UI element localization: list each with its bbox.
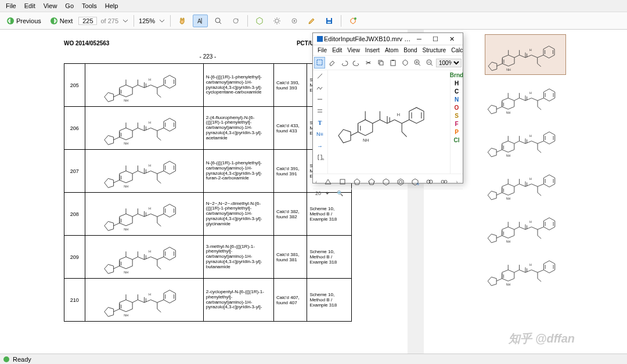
marvin-titlebar[interactable]: EditorInputFileJWXB10.mrv - MarvinSk... … bbox=[313, 33, 463, 45]
svg-marker-21 bbox=[105, 178, 114, 188]
marvin-zoom-select[interactable]: 100% bbox=[436, 59, 462, 67]
marvin-undo-icon[interactable] bbox=[338, 57, 349, 69]
hand-tool-icon[interactable] bbox=[175, 15, 189, 27]
marvin-menu-file[interactable]: File bbox=[315, 46, 329, 54]
marvin-double-ring[interactable] bbox=[438, 176, 451, 187]
marvin-bracket-tool[interactable]: n bbox=[313, 152, 327, 163]
marvin-atom-s[interactable]: S bbox=[455, 113, 459, 119]
compound-structure: NH H bbox=[85, 279, 203, 322]
hexagon-tool-icon[interactable] bbox=[253, 15, 266, 27]
marvin-menu-insert[interactable]: Insert bbox=[363, 46, 382, 54]
marvin-eraser-tool[interactable] bbox=[326, 57, 337, 69]
svg-text:H: H bbox=[149, 164, 151, 167]
marvin-single-bond-tool[interactable] bbox=[313, 70, 327, 82]
marvin-atom-c[interactable]: C bbox=[455, 88, 459, 95]
compound-name: 2-cyclopentyl-N-[6-({[(1R)-1-phenylethyl… bbox=[203, 279, 273, 322]
page-number-input[interactable] bbox=[78, 17, 97, 25]
marvin-status-cross-icon: ✦ bbox=[325, 190, 330, 196]
structure-thumbnail[interactable]: NH H bbox=[485, 249, 566, 290]
rotate-icon[interactable] bbox=[229, 15, 243, 27]
marvin-pyridine-ring[interactable]: N bbox=[409, 176, 421, 187]
marvin-copy-icon[interactable] bbox=[375, 57, 386, 69]
structure-thumbnail[interactable]: NH H bbox=[485, 206, 566, 247]
svg-rect-64 bbox=[380, 62, 383, 65]
zoom-dropdown-icon[interactable] bbox=[158, 17, 165, 24]
marvin-select-tool[interactable] bbox=[314, 57, 325, 69]
svg-text:H: H bbox=[149, 250, 151, 253]
marvin-zoomout-icon[interactable] bbox=[424, 57, 435, 69]
structure-thumbnail[interactable]: NH H bbox=[485, 77, 566, 118]
search-icon[interactable] bbox=[211, 15, 225, 27]
marvin-menu-view[interactable]: View bbox=[345, 46, 362, 54]
marvin-zoomin-icon[interactable] bbox=[412, 57, 423, 69]
marvin-arrow-tool[interactable]: → bbox=[313, 140, 327, 152]
marvin-atom-f[interactable]: F bbox=[455, 121, 458, 127]
minimize-button[interactable]: ─ bbox=[411, 35, 427, 42]
save-icon[interactable] bbox=[322, 15, 336, 27]
next-button[interactable]: Next bbox=[47, 15, 75, 27]
marvin-atom-o[interactable]: O bbox=[455, 104, 459, 111]
marvin-square-ring[interactable] bbox=[336, 176, 349, 187]
marvin-atom-n[interactable]: N bbox=[455, 96, 459, 103]
marvin-menu-structure[interactable]: Structure bbox=[420, 46, 449, 54]
svg-marker-17 bbox=[105, 135, 114, 145]
compound-name: 2-(4-fluorophenyl)-N-[6-({[(1R)-1-phenyl… bbox=[203, 107, 273, 150]
marvin-text-tool[interactable]: T bbox=[313, 117, 327, 128]
text-select-tool-icon[interactable]: A bbox=[193, 15, 208, 27]
menu-help[interactable]: Help bbox=[102, 1, 122, 10]
marvin-sketch-window[interactable]: EditorInputFileJWXB10.mrv - MarvinSk... … bbox=[312, 33, 463, 183]
pencil-icon[interactable] bbox=[305, 15, 319, 27]
marvin-clean-icon[interactable] bbox=[399, 57, 410, 69]
structure-action-icon[interactable] bbox=[346, 15, 360, 27]
marvin-nitrile-tool[interactable]: N≡ bbox=[313, 128, 327, 140]
marvin-atom-h[interactable]: H bbox=[455, 80, 459, 87]
marvin-redo-icon[interactable] bbox=[351, 57, 362, 69]
compound-mass: Calc'd 391, found 391 bbox=[274, 150, 307, 193]
structure-thumbnail[interactable]: NH H bbox=[485, 163, 566, 204]
close-button[interactable]: ✕ bbox=[444, 35, 460, 43]
marvin-menu-atom[interactable]: Atom bbox=[383, 46, 401, 54]
marvin-fused-ring[interactable] bbox=[423, 176, 436, 187]
marvin-dash-bond-tool[interactable] bbox=[313, 93, 327, 105]
marvin-double-bond-tool[interactable] bbox=[313, 105, 327, 117]
menu-tools[interactable]: Tools bbox=[78, 1, 100, 10]
page-dropdown-icon[interactable] bbox=[122, 17, 129, 24]
marvin-ring-scroll-left[interactable]: ‹ bbox=[315, 178, 320, 185]
marvin-cut-icon[interactable]: ✂ bbox=[363, 57, 374, 69]
marvin-cyclopentadiene-ring[interactable] bbox=[365, 176, 378, 187]
marvin-ring-scroll-right[interactable]: › bbox=[456, 178, 460, 185]
menu-view[interactable]: View bbox=[40, 1, 61, 10]
compound-mass: Calc'd 382, found 382 bbox=[274, 193, 307, 236]
previous-button[interactable]: Previous bbox=[3, 15, 44, 27]
marvin-atom-cl[interactable]: Cl bbox=[454, 137, 460, 143]
compound-index: 206 bbox=[64, 107, 85, 150]
marvin-canvas[interactable]: NH H bbox=[328, 70, 450, 174]
marvin-paste-icon[interactable] bbox=[387, 57, 398, 69]
maximize-button[interactable]: ☐ bbox=[427, 35, 444, 43]
svg-marker-53 bbox=[488, 234, 496, 243]
marvin-menu-calculations[interactable]: Calculations bbox=[449, 46, 463, 54]
gear-icon[interactable] bbox=[270, 15, 284, 27]
svg-text:N: N bbox=[417, 182, 419, 186]
menu-go[interactable]: Go bbox=[62, 1, 77, 10]
marvin-menu-bond[interactable]: Bond bbox=[401, 46, 419, 54]
marvin-menu-edit[interactable]: Edit bbox=[330, 46, 344, 54]
svg-marker-76 bbox=[354, 179, 360, 185]
structure-thumbnail[interactable]: NH H bbox=[485, 34, 566, 75]
ring-tool-icon[interactable] bbox=[287, 15, 301, 27]
svg-marker-45 bbox=[488, 148, 496, 157]
svg-text:H: H bbox=[149, 293, 151, 296]
structure-thumbnail[interactable]: NH H bbox=[485, 120, 566, 161]
compound-scheme: Scheme 10, Method B / Example 318 bbox=[307, 236, 352, 279]
menu-edit[interactable]: Edit bbox=[21, 1, 39, 10]
marvin-chain-tool[interactable] bbox=[313, 82, 327, 93]
marvin-hexagon-ring[interactable] bbox=[380, 176, 392, 187]
marvin-triangle-ring[interactable] bbox=[322, 176, 334, 187]
marvin-pentagon-ring[interactable] bbox=[351, 176, 363, 187]
marvin-atom-p[interactable]: P bbox=[455, 129, 459, 135]
marvin-atom-brnd[interactable]: Brnd bbox=[450, 72, 463, 78]
zoom-label[interactable]: 125% bbox=[139, 17, 155, 24]
menu-file[interactable]: File bbox=[2, 1, 20, 10]
marvin-benzene-ring[interactable] bbox=[394, 176, 407, 187]
marvin-status-search-icon[interactable]: 🔍 bbox=[337, 190, 343, 196]
